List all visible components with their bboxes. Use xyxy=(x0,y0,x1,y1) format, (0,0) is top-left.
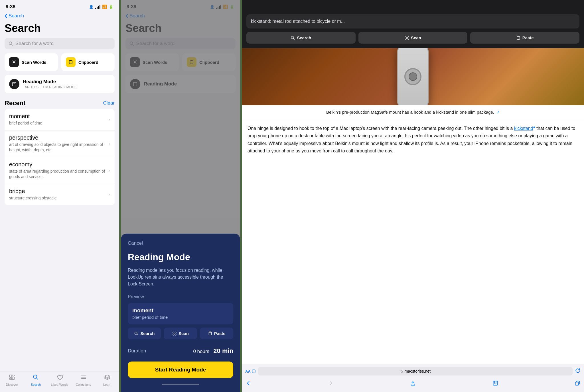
back-button-browser[interactable] xyxy=(245,380,252,387)
word-def-bridge: structure crossing obstacle xyxy=(9,195,108,201)
reload-icon xyxy=(575,368,581,373)
book-icon-browser xyxy=(492,380,498,386)
search-input-1[interactable]: Search for a word xyxy=(5,38,115,49)
signal-bar-3 xyxy=(98,6,99,9)
back-chevron-icon xyxy=(5,14,7,18)
search-placeholder-1: Search for a word xyxy=(15,41,54,46)
reading-mode-button[interactable]: Reading Mode TAP TO SETUP READING MODE xyxy=(5,75,115,93)
lookup-scan-icon xyxy=(405,36,409,40)
scan-words-button[interactable]: Scan Words xyxy=(5,53,58,71)
word-item-economy[interactable]: economy state of area regarding producti… xyxy=(5,157,115,184)
svg-rect-10 xyxy=(12,377,14,379)
person-icon: 👤 xyxy=(89,5,94,9)
share-button[interactable] xyxy=(410,380,416,387)
article-image xyxy=(242,48,584,105)
word-def-moment: brief period of time xyxy=(9,121,108,126)
tabs-button[interactable] xyxy=(574,380,581,387)
clipboard-button[interactable]: Clipboard xyxy=(61,53,115,71)
modal-preview-card: moment brief period of time xyxy=(128,303,233,324)
word-item-moment[interactable]: moment brief period of time › xyxy=(5,109,115,130)
lookup-header: kickstand: metal rod attached to bicycle… xyxy=(242,0,584,48)
forward-button-browser[interactable] xyxy=(328,380,334,387)
url-text: macstories.net xyxy=(405,369,431,373)
svg-line-27 xyxy=(293,38,294,39)
word-def-economy: state of area regarding production and c… xyxy=(9,169,108,180)
phone-device xyxy=(397,48,429,105)
modal-search-label: Search xyxy=(140,331,155,336)
tab-search-label: Search xyxy=(31,383,41,386)
word-item-content-moment: moment brief period of time xyxy=(9,113,108,126)
lookup-scan-label: Scan xyxy=(411,35,421,40)
camera-lens xyxy=(404,68,421,85)
text-size-icon xyxy=(252,369,256,373)
lookup-search-label: Search xyxy=(297,35,311,40)
svg-rect-34 xyxy=(575,382,579,385)
chevron-icon-perspective: › xyxy=(108,141,110,147)
lookup-paste-label: Paste xyxy=(522,35,534,40)
camera-scan-icon xyxy=(11,60,17,65)
tabs-icon xyxy=(574,380,581,386)
tab-collections[interactable]: Collections xyxy=(72,374,96,386)
lookup-scan-button[interactable]: Scan xyxy=(358,32,468,44)
lookup-action-buttons: Search Scan Paste xyxy=(242,32,584,48)
lookup-search-button[interactable]: Search xyxy=(246,32,356,44)
chevron-icon-moment: › xyxy=(108,117,110,122)
word-item-bridge[interactable]: bridge structure crossing obstacle › xyxy=(5,184,115,205)
reading-mode-text: Reading Mode TAP TO SETUP READING MODE xyxy=(23,79,77,89)
status-time-1: 9:38 xyxy=(6,4,15,10)
search-tab-icon xyxy=(33,374,39,382)
liked-words-tab-icon xyxy=(56,374,63,382)
home-indicator-2 xyxy=(162,384,199,385)
bookmarks-button[interactable] xyxy=(492,380,498,387)
word-def-perspective: art of drawing solid objects to give rig… xyxy=(9,142,108,153)
word-name-economy: economy xyxy=(9,161,108,168)
tab-liked-words[interactable]: Liked Words xyxy=(48,374,72,386)
start-reading-mode-button[interactable]: Start Reading Mode xyxy=(128,362,233,378)
url-bar[interactable]: macstories.net xyxy=(258,367,573,375)
modal-search-button[interactable]: Search xyxy=(128,328,161,339)
modal-search-icon xyxy=(134,331,139,336)
modal-paste-button[interactable]: Paste xyxy=(200,328,233,339)
lookup-text: kickstand: metal rod attached to bicycle… xyxy=(251,19,345,24)
lookup-paste-icon xyxy=(516,36,521,40)
svg-rect-13 xyxy=(81,376,86,376)
lookup-paste-button[interactable]: Paste xyxy=(470,32,579,44)
tab-search[interactable]: Search xyxy=(24,374,48,386)
chevron-icon-bridge: › xyxy=(108,191,110,197)
svg-rect-9 xyxy=(10,378,12,380)
nav-bar-1: Search xyxy=(0,12,119,21)
kickstand-highlight: kickstand xyxy=(514,126,533,131)
cursor-dot: ● xyxy=(533,125,535,129)
wifi-icon: 📶 xyxy=(102,5,107,9)
word-name-bridge: bridge xyxy=(9,188,108,195)
device-wrapper xyxy=(397,48,429,105)
reload-button[interactable] xyxy=(575,368,581,375)
signal-bar-4 xyxy=(100,5,100,9)
modal-scan-icon xyxy=(172,331,177,336)
discover-tab-icon xyxy=(9,374,15,382)
recent-title: Recent xyxy=(5,99,25,107)
recent-header: Recent Clear xyxy=(0,97,119,109)
svg-rect-7 xyxy=(10,375,12,377)
panel-reading-mode-setup: 9:39 👤 📶 🔋 Search Search xyxy=(121,0,240,392)
external-link-icon[interactable]: ↗ xyxy=(496,110,500,115)
aa-button[interactable]: AA xyxy=(245,369,256,373)
modal-cancel-button[interactable]: Cancel xyxy=(128,240,233,246)
svg-rect-14 xyxy=(81,377,86,377)
word-item-perspective[interactable]: perspective art of drawing solid objects… xyxy=(5,130,115,157)
duration-value: 0 hours 20 min xyxy=(193,347,233,355)
duration-hours: 0 hours xyxy=(193,349,209,354)
word-list: moment brief period of time › perspectiv… xyxy=(5,109,115,205)
tab-bar-1: Discover Search Liked Words Collections … xyxy=(0,371,119,392)
tab-learn[interactable]: Learn xyxy=(95,374,119,386)
modal-scan-button[interactable]: Scan xyxy=(164,328,197,339)
panel-search: 9:38 👤 📶 🔋 Search Search xyxy=(0,0,119,392)
svg-point-23 xyxy=(174,333,175,334)
clear-button[interactable]: Clear xyxy=(103,100,115,106)
modal-paste-icon xyxy=(208,331,212,336)
svg-line-12 xyxy=(36,378,38,379)
tab-discover[interactable]: Discover xyxy=(0,374,24,386)
status-bar-1: 9:38 👤 📶 🔋 xyxy=(0,0,119,12)
tab-learn-label: Learn xyxy=(103,383,111,386)
nav-back-1[interactable]: Search xyxy=(5,13,24,19)
